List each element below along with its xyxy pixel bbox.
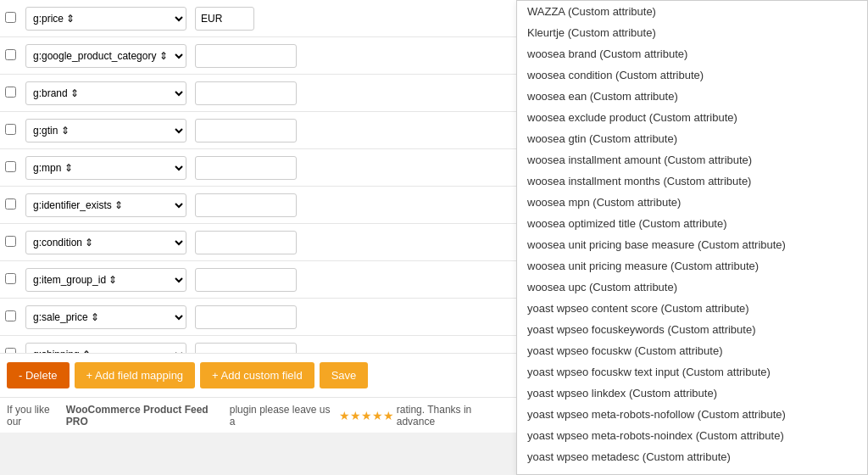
field-table: g:price ⇕ g:google_product_category ⇕ [0,0,517,373]
field-select-ggtin[interactable]: g:gtin ⇕ [25,119,186,142]
dropdown-item[interactable]: woosea ean (Custom attribute) [517,86,867,107]
row-checkbox-wrap [5,310,25,324]
field-value-wrap [195,81,512,105]
table-row: g:mpn ⇕ [0,149,517,187]
dropdown-item[interactable]: yoast wpseo linkdex (Custom attribute) [517,383,867,404]
field-select-gcondition[interactable]: g:condition ⇕ [25,231,186,254]
field-value-input-gprice[interactable] [195,7,254,31]
dropdown-item[interactable]: woosea mpn (Custom attribute) [517,192,867,213]
dropdown-item[interactable]: woosea installment amount (Custom attrib… [517,149,867,170]
dropdown-item[interactable]: woosea gtin (Custom attribute) [517,128,867,149]
table-row: g:sale_price ⇕ [0,299,517,336]
row-checkbox-wrap [5,124,25,137]
dropdown-item[interactable]: yoast wpseo content score (Custom attrib… [517,298,867,319]
row-checkbox-wrap [5,236,25,249]
row-checkbox-wrap [5,161,25,175]
field-select-wrap: g:identifier_exists ⇕ [25,193,195,217]
field-value-input-gcondition[interactable] [195,231,297,254]
footer-bar: If you like our WooCommerce Product Feed… [0,397,517,433]
field-select-wrap: g:price ⇕ [25,7,195,31]
field-select-wrap: g:mpn ⇕ [25,156,195,180]
row-checkbox[interactable] [5,87,16,98]
dropdown-item[interactable]: woosea installment months (Custom attrib… [517,170,867,192]
row-checkbox[interactable] [5,124,16,135]
dropdown-item[interactable]: yoast wpseo metadesc (Custom attribute) [517,446,867,467]
dropdown-item[interactable]: yoast wpseo meta-robots-noindex (Custom … [517,425,867,446]
field-value-input-gsaleprice[interactable] [195,305,297,329]
field-select-ggpc[interactable]: g:google_product_category ⇕ [25,44,186,68]
dropdown-item[interactable]: yoast wpseo focuskw (Custom attribute) [517,340,867,361]
field-select-wrap: g:brand ⇕ [25,81,195,105]
delete-button[interactable]: - Delete [7,362,70,388]
field-select-gitemgroupid[interactable]: g:item_group_id ⇕ [25,268,186,292]
dropdown-item[interactable]: woosea unit pricing base measure (Custom… [517,234,867,255]
field-select-gidentifier[interactable]: g:identifier_exists ⇕ [25,193,186,217]
row-checkbox[interactable] [5,310,16,321]
footer-stars: ★★★★★ [339,409,394,422]
table-row: g:item_group_id ⇕ [0,261,517,299]
field-select-wrap: g:gtin ⇕ [25,119,195,142]
dropdown-item[interactable]: woosea unit pricing measure (Custom attr… [517,255,867,277]
dropdown-item[interactable]: yoast wpseo focuskeywords (Custom attrib… [517,319,867,340]
dropdown-item[interactable]: yoast wpseo focuskw text input (Custom a… [517,361,867,383]
row-checkbox-wrap [5,49,25,63]
toolbar: - Delete + Add field mapping + Add custo… [0,353,517,397]
save-button[interactable]: Save [320,362,369,388]
field-value-input-gbrand[interactable] [195,81,297,105]
field-value-wrap [195,119,512,142]
field-value-input-ggpc[interactable] [195,44,297,68]
field-value-input-gitemgroupid[interactable] [195,268,297,292]
field-value-wrap [195,7,512,31]
table-row: g:gtin ⇕ [0,112,517,149]
field-select-gmpn[interactable]: g:mpn ⇕ [25,156,186,180]
footer-text-before: If you like our [7,404,66,428]
row-checkbox-wrap [5,12,25,25]
row-checkbox[interactable] [5,12,16,23]
row-checkbox[interactable] [5,273,16,284]
row-checkbox-wrap [5,198,25,212]
dropdown-item[interactable]: woosea exclude product (Custom attribute… [517,107,867,128]
dropdown-item[interactable]: woosea upc (Custom attribute) [517,277,867,298]
field-value-input-gidentifier[interactable] [195,193,297,217]
dropdown-item[interactable]: Kleurtje (Custom attribute) [517,22,867,43]
field-value-input-gmpn[interactable] [195,156,297,180]
dropdown-item[interactable]: woosea brand (Custom attribute) [517,43,867,64]
table-row: g:price ⇕ [0,0,517,37]
attribute-dropdown[interactable]: WAZZA (Custom attribute)Kleurtje (Custom… [516,0,868,475]
row-checkbox[interactable] [5,198,16,210]
row-checkbox-wrap [5,87,25,100]
add-custom-field-button[interactable]: + Add custom field [200,362,314,388]
field-select-gsaleprice[interactable]: g:sale_price ⇕ [25,305,186,329]
field-select-wrap: g:google_product_category ⇕ [25,44,195,68]
dropdown-item[interactable]: woosea optimized title (Custom attribute… [517,213,867,234]
field-value-wrap [195,44,512,68]
row-checkbox-wrap [5,273,25,287]
field-select-wrap: g:item_group_id ⇕ [25,268,195,292]
table-row: g:identifier_exists ⇕ [0,187,517,224]
dropdown-item[interactable]: woosea condition (Custom attribute) [517,64,867,86]
footer-plugin-name: WooCommerce Product Feed PRO [66,404,230,428]
dropdown-item[interactable]: yoast wpseo meta-robots-nofollow (Custom… [517,404,867,425]
field-select-gbrand[interactable]: g:brand ⇕ [25,81,186,105]
field-value-wrap [195,268,512,292]
field-select-wrap: g:condition ⇕ [25,231,195,254]
dropdown-item[interactable]: WAZZA (Custom attribute) [517,1,867,22]
table-row: g:brand ⇕ [0,75,517,112]
field-value-wrap [195,231,512,254]
table-row: g:google_product_category ⇕ [0,37,517,75]
footer-text-after: plugin please leave us a [230,404,337,428]
field-value-wrap [195,156,512,180]
row-checkbox[interactable] [5,161,16,172]
field-value-wrap [195,193,512,217]
footer-text-end: rating. Thanks in advance [397,404,510,428]
main-area: g:price ⇕ g:google_product_category ⇕ [0,0,517,433]
field-value-input-ggtin[interactable] [195,119,297,142]
add-field-mapping-button[interactable]: + Add field mapping [75,362,196,388]
table-row: g:condition ⇕ [0,224,517,261]
field-value-wrap [195,305,512,329]
field-select-gprice[interactable]: g:price ⇕ [25,7,186,31]
dropdown-item[interactable]: yoast wpseo primary product cat (Custom … [517,467,867,475]
field-select-wrap: g:sale_price ⇕ [25,305,195,329]
row-checkbox[interactable] [5,49,16,60]
row-checkbox[interactable] [5,236,16,247]
